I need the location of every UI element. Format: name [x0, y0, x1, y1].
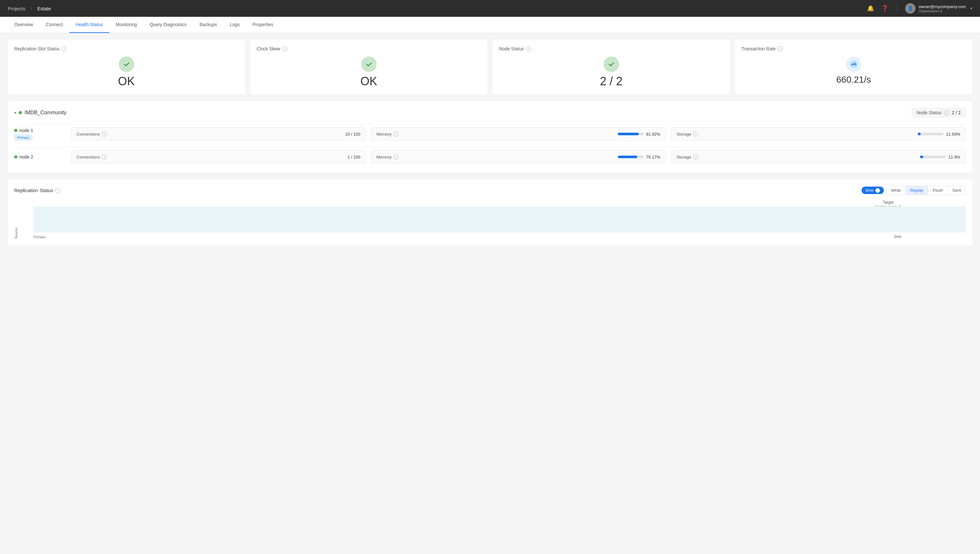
chart-value-label: 1ms [894, 234, 901, 239]
node-2-connections-card: Connections i 1 / 100 [71, 150, 366, 164]
transaction-rate-info-icon[interactable]: i [778, 46, 783, 51]
node-2-storage-info-icon[interactable]: i [693, 154, 698, 159]
node-1-memory-info-icon[interactable]: i [393, 131, 399, 137]
replication-section: Replication Status i time Write Replay F… [8, 179, 972, 245]
tab-logs[interactable]: Logs [223, 17, 246, 33]
write-button[interactable]: Write [887, 186, 906, 195]
node-2-storage-value: 11.9% [948, 154, 960, 159]
node-1-status-dot [14, 129, 18, 132]
navbar-separator: › [30, 5, 32, 11]
replication-title: Replication Status i [14, 188, 60, 193]
node-2-info: node 2 [14, 154, 66, 159]
tab-connect[interactable]: Connect [40, 17, 69, 33]
tab-backups[interactable]: Backups [193, 17, 223, 33]
node-2-status-dot [14, 155, 18, 159]
navbar-actions: 🔔 ❓ 👤 owner@mycompany.com Organization-0… [866, 3, 972, 14]
time-toggle[interactable]: time [862, 186, 884, 194]
replication-slot-status-title: Replication Slot Status i [14, 46, 67, 51]
node-status-card: Node Status i 2 / 2 [493, 40, 730, 95]
node-1-storage-progress: 11.93% [918, 132, 960, 137]
transaction-rate-title: Transaction Rate i [741, 46, 783, 51]
node-1-memory-label: Memory i [376, 131, 399, 137]
replication-slot-info-icon[interactable]: i [62, 46, 67, 51]
node-2-memory-card: Memory i 76.17% [371, 150, 666, 164]
node-2-storage-label: Storage i [676, 154, 698, 159]
node-2-storage-fill [920, 156, 923, 158]
replay-button[interactable]: Replay [906, 186, 928, 195]
notifications-icon[interactable]: 🔔 [866, 4, 875, 13]
estate-label: Estate [37, 6, 51, 11]
tab-query-diagnostics[interactable]: Query Diagnostics [143, 17, 193, 33]
svg-rect-6 [33, 207, 966, 232]
clock-skew-value: OK [360, 75, 377, 88]
node-2-memory-progress: 76.17% [618, 154, 660, 159]
node-1-connections-label: Connections i [76, 131, 107, 137]
node-1-memory-bar [618, 133, 644, 135]
cluster-status-dot [19, 111, 22, 114]
clock-skew-check-icon [361, 56, 377, 72]
node-1-storage-bar [918, 133, 943, 135]
projects-link[interactable]: Projects [8, 6, 25, 11]
svg-point-2 [608, 60, 615, 68]
tab-monitoring[interactable]: Monitoring [110, 17, 143, 33]
replication-slot-status-value: OK [118, 75, 135, 88]
user-email: owner@mycompany.com [919, 4, 966, 9]
node-1-connections-info-icon[interactable]: i [102, 131, 107, 137]
sent-button[interactable]: Sent [948, 186, 966, 195]
node-1-name: node 1 [14, 128, 66, 133]
replication-header: Replication Status i time Write Replay F… [14, 186, 966, 195]
svg-point-5 [853, 64, 854, 65]
chart-primary-label: Primary [33, 235, 46, 239]
replication-chart: Target Replica (node 2) Source Primary 1… [14, 200, 966, 239]
user-menu[interactable]: 👤 owner@mycompany.com Organization-0 ▾ [905, 3, 972, 14]
tab-properties[interactable]: Properties [246, 17, 280, 33]
node-1-memory-card: Memory i 81.92% [371, 127, 666, 141]
chevron-down-icon: ▾ [970, 6, 972, 11]
help-icon[interactable]: ❓ [880, 4, 889, 13]
replication-info-icon[interactable]: i [55, 188, 60, 193]
svg-point-1 [365, 60, 373, 68]
node-1-memory-fill [618, 133, 639, 135]
navbar-divider [897, 3, 897, 14]
navbar: Projects › Estate 🔔 ❓ 👤 owner@mycompany.… [0, 0, 980, 17]
node-1-connections-card: Connections i 15 / 100 [71, 127, 366, 141]
node-2-connections-value: 1 / 100 [348, 154, 361, 159]
status-cards: Replication Slot Status i OK Clock Skew … [8, 40, 972, 95]
flush-button[interactable]: Flush [928, 186, 948, 195]
transaction-rate-body: 660.21/s [741, 56, 966, 85]
node-2-memory-info-icon[interactable]: i [393, 154, 399, 159]
node-2-storage-card: Storage i 11.9% [671, 150, 966, 164]
avatar: 👤 [905, 3, 915, 14]
cluster-expand-icon[interactable]: ▾ [14, 110, 16, 115]
node-1-storage-card: Storage i 11.93% [671, 127, 966, 141]
clock-skew-info-icon[interactable]: i [282, 46, 287, 51]
node-1-memory-progress: 81.92% [618, 132, 660, 137]
chart-source-label: Source [14, 228, 18, 239]
node-1-primary-badge: Primary [14, 134, 66, 140]
node-2-memory-value: 76.17% [646, 154, 660, 159]
transaction-rate-card: Transaction Rate i 660.21/s [735, 40, 972, 95]
replication-btn-group: Write Replay Flush Sent [886, 186, 966, 195]
node-2-storage-bar [920, 156, 946, 158]
toggle-group: time Write Replay Flush Sent [862, 186, 966, 195]
cluster-node-status-value: 2 / 2 [952, 110, 961, 115]
tab-health-status[interactable]: Health Status [69, 17, 110, 33]
node-2-connections-info-icon[interactable]: i [102, 154, 107, 159]
node-1-storage-info-icon[interactable]: i [693, 131, 698, 137]
node-2-name: node 2 [14, 154, 66, 159]
replication-slot-status-card: Replication Slot Status i OK [8, 40, 245, 95]
node-status-check-icon [604, 56, 619, 72]
clock-skew-card: Clock Skew i OK [250, 40, 487, 95]
svg-point-0 [123, 60, 130, 68]
replication-slot-check-icon [119, 56, 134, 72]
node-status-value: 2 / 2 [600, 75, 622, 88]
cluster-node-status-info-icon[interactable]: i [944, 110, 949, 115]
node-1-connections-value: 15 / 100 [345, 132, 360, 137]
node-2-connections-label: Connections i [76, 154, 107, 159]
node-status-body: 2 / 2 [499, 56, 723, 88]
node-status-info-icon[interactable]: i [526, 46, 531, 51]
tab-overview[interactable]: Overview [8, 17, 40, 33]
node-1-storage-label: Storage i [676, 131, 698, 137]
cluster-header: ▾ IMDB_Community Node Status i 2 / 2 [14, 108, 966, 118]
toggle-dot [875, 188, 880, 193]
